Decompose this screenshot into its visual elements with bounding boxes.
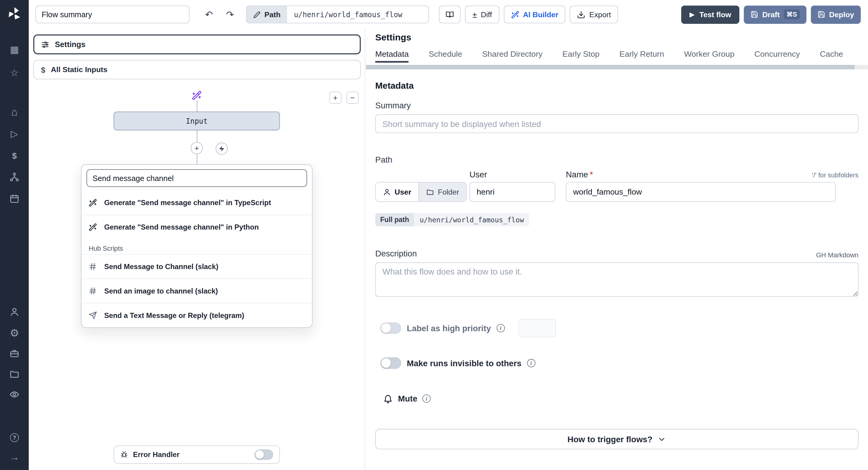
- sidebar-item-workers[interactable]: [0, 347, 29, 360]
- arrow-right-icon: →: [10, 452, 19, 463]
- priority-toggle[interactable]: [380, 322, 401, 334]
- sidebar-item-favorites[interactable]: ☆: [0, 66, 29, 79]
- path-editor[interactable]: Path u/henri/world_famous_flow: [246, 5, 429, 23]
- star-icon: ☆: [10, 67, 19, 79]
- export-label: Export: [589, 10, 611, 19]
- draft-label: Draft: [762, 10, 780, 19]
- summary-input[interactable]: [375, 114, 859, 133]
- owner-folder-segment[interactable]: Folder: [418, 182, 467, 202]
- ai-builder-button[interactable]: AI Builder: [504, 5, 566, 23]
- sidebar-item-apps[interactable]: ▦: [0, 43, 29, 56]
- tab-shared-directory[interactable]: Shared Directory: [482, 50, 542, 63]
- ai-flow-wand-button[interactable]: [192, 90, 202, 100]
- markdown-hint: GH Markdown: [816, 251, 859, 259]
- wand-icon: [89, 223, 97, 231]
- test-flow-button[interactable]: ▶ Test flow: [681, 5, 740, 24]
- tab-metadata[interactable]: Metadata: [375, 50, 409, 63]
- tab-worker-group[interactable]: Worker Group: [684, 50, 735, 63]
- how-to-trigger-flows-button[interactable]: How to trigger flows?: [375, 429, 859, 449]
- flow-edge: [197, 100, 197, 112]
- network-icon: [9, 172, 19, 182]
- zoom-in-button[interactable]: +: [329, 91, 341, 104]
- tab-cache[interactable]: Cache: [820, 50, 843, 63]
- draft-button[interactable]: Draft ⌘S: [744, 5, 806, 24]
- windmill-logo-icon[interactable]: [0, 5, 29, 21]
- user-column-label: User: [470, 170, 487, 179]
- sidebar-item-variables[interactable]: $: [0, 149, 29, 162]
- settings-title: Settings: [375, 32, 411, 43]
- sidebar-item-schedules[interactable]: [0, 192, 29, 205]
- wand-icon: [511, 10, 519, 19]
- tab-schedule[interactable]: Schedule: [429, 50, 462, 63]
- picker-option-slack-message[interactable]: Send Message to Channel (slack): [82, 254, 312, 278]
- picker-option-label: Send a Text Message or Reply (telegram): [104, 311, 244, 320]
- user-input[interactable]: [470, 182, 555, 202]
- sidebar-item-folders[interactable]: [0, 367, 29, 380]
- sidebar-item-resources[interactable]: [0, 171, 29, 184]
- description-textarea[interactable]: [375, 262, 859, 297]
- picker-option-generate-python[interactable]: Generate "Send message channel" in Pytho…: [82, 215, 312, 239]
- owner-user-segment[interactable]: User: [376, 182, 418, 202]
- sidebar-item-account[interactable]: [0, 305, 29, 318]
- zoom-out-button[interactable]: −: [346, 91, 358, 104]
- full-path-value: u/henri/world_famous_flow: [414, 213, 530, 226]
- sidebar-item-settings[interactable]: ⚙: [0, 326, 29, 340]
- step-search-input[interactable]: [87, 169, 307, 187]
- sidebar-item-help[interactable]: ?: [0, 431, 29, 444]
- static-inputs-node[interactable]: $ All Static Inputs: [33, 60, 361, 79]
- flow-edge: [197, 130, 197, 142]
- picker-option-telegram-message[interactable]: Send a Text Message or Reply (telegram): [82, 303, 312, 327]
- invisible-runs-toggle[interactable]: [380, 357, 401, 369]
- error-handler-toggle[interactable]: [254, 449, 273, 460]
- flow-summary-input[interactable]: [36, 5, 190, 23]
- flow-settings-node[interactable]: Settings: [33, 34, 361, 54]
- sidebar-item-home[interactable]: ⌂: [0, 105, 29, 119]
- flow-settings-panel: Settings Metadata Schedule Shared Direct…: [366, 29, 868, 470]
- deploy-button[interactable]: Deploy: [811, 5, 861, 24]
- diff-button[interactable]: ± Diff: [465, 5, 499, 23]
- picker-option-generate-typescript[interactable]: Generate "Send message channel" in TypeS…: [82, 190, 312, 215]
- summary-label: Summary: [375, 100, 411, 110]
- docs-button[interactable]: [439, 5, 461, 23]
- folder-icon: [9, 369, 19, 379]
- picker-option-slack-image[interactable]: Send an image to channel (slack): [82, 278, 312, 303]
- sidebar-item-runs[interactable]: ▷: [0, 127, 29, 140]
- add-step-button[interactable]: +: [191, 142, 203, 154]
- slack-icon: [89, 262, 97, 271]
- gear-icon: ⚙: [10, 326, 19, 339]
- error-handler-node[interactable]: Error Handler: [114, 446, 280, 464]
- path-value: u/henri/world_famous_flow: [287, 10, 429, 19]
- invisible-runs-label: Make runs invisible to others: [407, 358, 521, 368]
- tabs-scrollbar[interactable]: [366, 65, 868, 69]
- subfolder-hint: '/' for subfolders: [812, 171, 858, 179]
- redo-button[interactable]: ↷: [222, 6, 239, 23]
- plus-icon: +: [194, 144, 199, 152]
- priority-value-input[interactable]: [518, 319, 556, 337]
- chevron-down-icon: [657, 435, 666, 443]
- deploy-label: Deploy: [829, 10, 854, 19]
- sidebar-item-audit-logs[interactable]: [0, 388, 29, 401]
- tab-early-stop[interactable]: Early Stop: [562, 50, 599, 63]
- tab-concurrency[interactable]: Concurrency: [754, 50, 800, 63]
- full-path-label: Full path: [375, 213, 414, 226]
- sidebar-expand-button[interactable]: →: [0, 451, 29, 464]
- person-icon: [9, 307, 19, 317]
- scrollbar-thumb[interactable]: [366, 65, 855, 69]
- slack-icon: [89, 287, 97, 295]
- static-inputs-label: All Static Inputs: [51, 65, 107, 74]
- picker-option-label: Send an image to channel (slack): [104, 287, 218, 295]
- tab-early-return[interactable]: Early Return: [619, 50, 664, 63]
- trigger-button-label: How to trigger flows?: [567, 434, 652, 444]
- bell-icon: [383, 393, 393, 403]
- owner-user-label: User: [395, 188, 411, 196]
- export-button[interactable]: Export: [570, 5, 618, 23]
- name-input[interactable]: [566, 182, 836, 202]
- path-pill: Path: [247, 6, 287, 23]
- plus-icon: +: [333, 93, 338, 102]
- wand-icon: [89, 198, 97, 207]
- input-node[interactable]: Input: [114, 112, 280, 130]
- save-icon: [817, 10, 825, 19]
- add-trigger-button[interactable]: [216, 143, 227, 155]
- invisible-runs-row: Make runs invisible to others i: [380, 357, 535, 369]
- undo-button[interactable]: ↶: [201, 6, 217, 23]
